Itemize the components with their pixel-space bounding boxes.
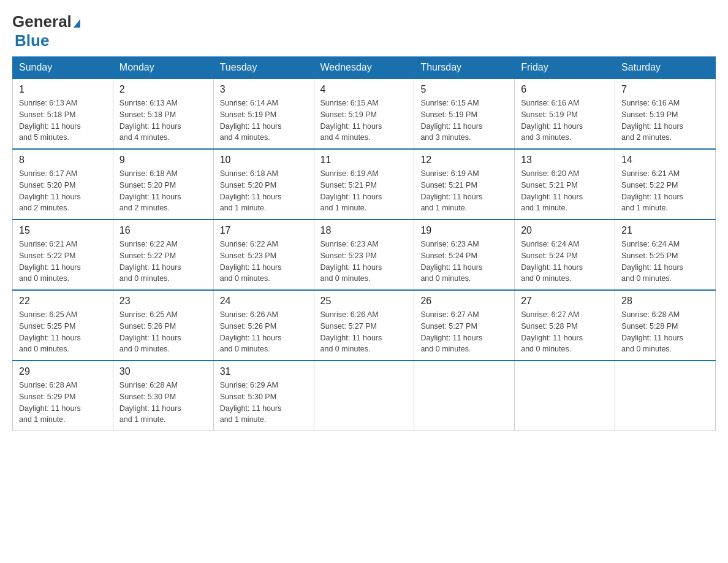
day-info: Sunrise: 6:25 AMSunset: 5:25 PMDaylight:… — [19, 309, 107, 355]
logo: General Blue — [12, 12, 80, 50]
day-number: 20 — [521, 225, 609, 236]
calendar-day-28: 28Sunrise: 6:28 AMSunset: 5:28 PMDayligh… — [615, 290, 716, 361]
day-number: 30 — [119, 366, 207, 377]
day-info: Sunrise: 6:18 AMSunset: 5:20 PMDaylight:… — [119, 168, 207, 214]
calendar-day-2: 2Sunrise: 6:13 AMSunset: 5:18 PMDaylight… — [113, 79, 213, 149]
weekday-header-wednesday: Wednesday — [314, 57, 414, 79]
calendar-header-row: SundayMondayTuesdayWednesdayThursdayFrid… — [13, 57, 716, 79]
day-info: Sunrise: 6:23 AMSunset: 5:24 PMDaylight:… — [420, 239, 508, 285]
calendar-day-19: 19Sunrise: 6:23 AMSunset: 5:24 PMDayligh… — [414, 220, 515, 290]
day-info: Sunrise: 6:27 AMSunset: 5:28 PMDaylight:… — [521, 309, 609, 355]
day-number: 11 — [320, 155, 408, 166]
day-info: Sunrise: 6:15 AMSunset: 5:19 PMDaylight:… — [420, 98, 508, 144]
calendar-day-4: 4Sunrise: 6:15 AMSunset: 5:19 PMDaylight… — [314, 79, 414, 149]
day-info: Sunrise: 6:22 AMSunset: 5:22 PMDaylight:… — [119, 239, 207, 285]
calendar-week-row-3: 15Sunrise: 6:21 AMSunset: 5:22 PMDayligh… — [13, 220, 716, 290]
calendar-day-29: 29Sunrise: 6:28 AMSunset: 5:29 PMDayligh… — [13, 361, 113, 431]
calendar-day-15: 15Sunrise: 6:21 AMSunset: 5:22 PMDayligh… — [13, 220, 113, 290]
day-info: Sunrise: 6:23 AMSunset: 5:23 PMDaylight:… — [320, 239, 408, 285]
day-info: Sunrise: 6:27 AMSunset: 5:27 PMDaylight:… — [420, 309, 508, 355]
day-number: 10 — [220, 155, 308, 166]
calendar-week-row-2: 8Sunrise: 6:17 AMSunset: 5:20 PMDaylight… — [13, 149, 716, 220]
day-number: 19 — [420, 225, 508, 236]
calendar-day-14: 14Sunrise: 6:21 AMSunset: 5:22 PMDayligh… — [615, 149, 716, 220]
day-info: Sunrise: 6:14 AMSunset: 5:19 PMDaylight:… — [220, 98, 308, 144]
empty-cell — [414, 361, 515, 431]
weekday-header-friday: Friday — [515, 57, 615, 79]
day-number: 14 — [621, 155, 709, 166]
weekday-header-sunday: Sunday — [13, 57, 113, 79]
empty-cell — [615, 361, 716, 431]
day-number: 4 — [320, 84, 408, 95]
day-info: Sunrise: 6:21 AMSunset: 5:22 PMDaylight:… — [621, 168, 709, 214]
calendar-day-16: 16Sunrise: 6:22 AMSunset: 5:22 PMDayligh… — [113, 220, 213, 290]
calendar-day-30: 30Sunrise: 6:28 AMSunset: 5:30 PMDayligh… — [113, 361, 213, 431]
calendar-week-row-4: 22Sunrise: 6:25 AMSunset: 5:25 PMDayligh… — [13, 290, 716, 361]
day-number: 21 — [621, 225, 709, 236]
calendar-day-24: 24Sunrise: 6:26 AMSunset: 5:26 PMDayligh… — [213, 290, 314, 361]
day-number: 2 — [119, 84, 207, 95]
day-number: 9 — [119, 155, 207, 166]
day-number: 24 — [220, 296, 308, 307]
weekday-header-tuesday: Tuesday — [213, 57, 314, 79]
calendar-day-9: 9Sunrise: 6:18 AMSunset: 5:20 PMDaylight… — [113, 149, 213, 220]
day-info: Sunrise: 6:13 AMSunset: 5:18 PMDaylight:… — [19, 98, 107, 144]
empty-cell — [515, 361, 615, 431]
day-number: 12 — [420, 155, 508, 166]
calendar-day-26: 26Sunrise: 6:27 AMSunset: 5:27 PMDayligh… — [414, 290, 515, 361]
day-info: Sunrise: 6:16 AMSunset: 5:19 PMDaylight:… — [621, 98, 709, 144]
calendar-day-27: 27Sunrise: 6:27 AMSunset: 5:28 PMDayligh… — [515, 290, 615, 361]
calendar-day-1: 1Sunrise: 6:13 AMSunset: 5:18 PMDaylight… — [13, 79, 113, 149]
calendar-day-22: 22Sunrise: 6:25 AMSunset: 5:25 PMDayligh… — [13, 290, 113, 361]
logo-general-text: General — [12, 12, 72, 31]
calendar-day-31: 31Sunrise: 6:29 AMSunset: 5:30 PMDayligh… — [213, 361, 314, 431]
calendar-day-8: 8Sunrise: 6:17 AMSunset: 5:20 PMDaylight… — [13, 149, 113, 220]
day-number: 28 — [621, 296, 709, 307]
day-info: Sunrise: 6:24 AMSunset: 5:25 PMDaylight:… — [621, 239, 709, 285]
calendar-day-18: 18Sunrise: 6:23 AMSunset: 5:23 PMDayligh… — [314, 220, 414, 290]
day-number: 5 — [420, 84, 508, 95]
calendar-table: SundayMondayTuesdayWednesdayThursdayFrid… — [12, 56, 716, 431]
day-info: Sunrise: 6:26 AMSunset: 5:27 PMDaylight:… — [320, 309, 408, 355]
day-number: 3 — [220, 84, 308, 95]
day-info: Sunrise: 6:29 AMSunset: 5:30 PMDaylight:… — [220, 380, 308, 426]
logo-triangle-icon — [74, 19, 80, 28]
logo-blue-text: Blue — [15, 31, 49, 50]
weekday-header-saturday: Saturday — [615, 57, 716, 79]
day-number: 16 — [119, 225, 207, 236]
calendar-week-row-5: 29Sunrise: 6:28 AMSunset: 5:29 PMDayligh… — [13, 361, 716, 431]
calendar-day-20: 20Sunrise: 6:24 AMSunset: 5:24 PMDayligh… — [515, 220, 615, 290]
day-number: 25 — [320, 296, 408, 307]
weekday-header-thursday: Thursday — [414, 57, 515, 79]
day-info: Sunrise: 6:17 AMSunset: 5:20 PMDaylight:… — [19, 168, 107, 214]
day-number: 8 — [19, 155, 107, 166]
day-number: 22 — [19, 296, 107, 307]
day-info: Sunrise: 6:15 AMSunset: 5:19 PMDaylight:… — [320, 98, 408, 144]
calendar-day-12: 12Sunrise: 6:19 AMSunset: 5:21 PMDayligh… — [414, 149, 515, 220]
page-header: General Blue — [12, 12, 716, 50]
day-info: Sunrise: 6:16 AMSunset: 5:19 PMDaylight:… — [521, 98, 609, 144]
day-info: Sunrise: 6:19 AMSunset: 5:21 PMDaylight:… — [320, 168, 408, 214]
day-info: Sunrise: 6:19 AMSunset: 5:21 PMDaylight:… — [420, 168, 508, 214]
day-number: 27 — [521, 296, 609, 307]
day-number: 17 — [220, 225, 308, 236]
day-number: 15 — [19, 225, 107, 236]
calendar-day-13: 13Sunrise: 6:20 AMSunset: 5:21 PMDayligh… — [515, 149, 615, 220]
day-info: Sunrise: 6:20 AMSunset: 5:21 PMDaylight:… — [521, 168, 609, 214]
day-number: 18 — [320, 225, 408, 236]
calendar-day-23: 23Sunrise: 6:25 AMSunset: 5:26 PMDayligh… — [113, 290, 213, 361]
calendar-week-row-1: 1Sunrise: 6:13 AMSunset: 5:18 PMDaylight… — [13, 79, 716, 149]
day-info: Sunrise: 6:25 AMSunset: 5:26 PMDaylight:… — [119, 309, 207, 355]
day-info: Sunrise: 6:21 AMSunset: 5:22 PMDaylight:… — [19, 239, 107, 285]
calendar-day-7: 7Sunrise: 6:16 AMSunset: 5:19 PMDaylight… — [615, 79, 716, 149]
calendar-day-6: 6Sunrise: 6:16 AMSunset: 5:19 PMDaylight… — [515, 79, 615, 149]
calendar-day-10: 10Sunrise: 6:18 AMSunset: 5:20 PMDayligh… — [213, 149, 314, 220]
day-info: Sunrise: 6:22 AMSunset: 5:23 PMDaylight:… — [220, 239, 308, 285]
day-info: Sunrise: 6:28 AMSunset: 5:28 PMDaylight:… — [621, 309, 709, 355]
day-number: 23 — [119, 296, 207, 307]
day-number: 6 — [521, 84, 609, 95]
day-number: 31 — [220, 366, 308, 377]
day-info: Sunrise: 6:24 AMSunset: 5:24 PMDaylight:… — [521, 239, 609, 285]
day-number: 13 — [521, 155, 609, 166]
day-number: 29 — [19, 366, 107, 377]
